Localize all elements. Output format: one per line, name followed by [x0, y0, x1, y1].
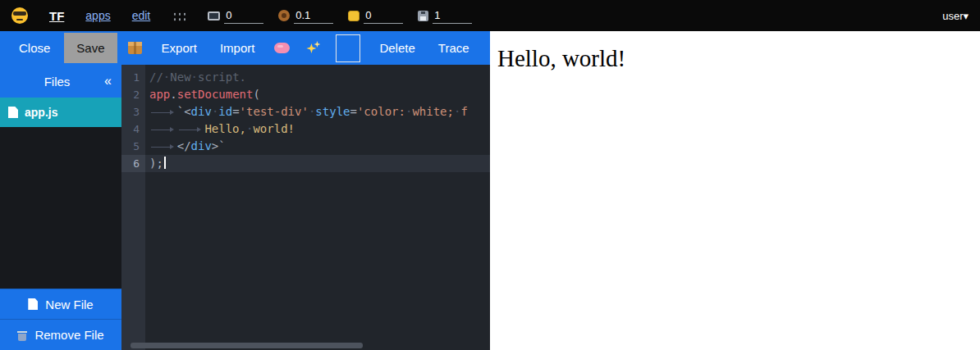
user-menu[interactable]: user▾	[942, 10, 969, 22]
tab-marker	[177, 120, 205, 138]
code-line[interactable]: 6);	[121, 155, 490, 172]
code-token: <	[184, 105, 190, 118]
preview-text: Hello, world!	[497, 45, 980, 72]
main-area: Close Save Export Import Delete Trace Fi…	[0, 31, 980, 350]
file-name: app.js	[25, 106, 57, 119]
smiley-sunglasses-icon[interactable]	[11, 7, 28, 24]
donut-icon	[278, 10, 290, 21]
code-text: app.setDocument(	[145, 86, 260, 103]
code-token: `	[218, 139, 225, 152]
new-file-icon	[28, 298, 38, 310]
new-file-button[interactable]: New File	[0, 289, 121, 319]
files-header-label: Files	[10, 75, 104, 89]
preview-pane: Hello, world!	[490, 31, 980, 350]
monitor-icon	[208, 11, 220, 20]
code-token: div	[191, 105, 212, 118]
code-token: ·	[191, 70, 198, 84]
code-text: );	[145, 155, 166, 172]
code-token: New	[170, 70, 190, 84]
editor-body: Files « app.js New File Remove File 1//·…	[0, 65, 490, 350]
code-token: (	[253, 88, 259, 101]
nav-link-edit[interactable]: edit	[132, 9, 151, 22]
counter-input[interactable]	[364, 7, 403, 24]
sparkles-icon	[306, 41, 320, 55]
export-button[interactable]: Export	[153, 36, 206, 60]
soap-icon	[274, 43, 290, 53]
counter-input[interactable]	[294, 7, 333, 24]
brand-link[interactable]: TF	[49, 9, 64, 23]
save-button[interactable]: Save	[64, 33, 117, 63]
tab-marker	[149, 138, 177, 155]
code-token: world!	[253, 122, 295, 135]
code-line[interactable]: 4Hello,·world!	[121, 120, 490, 138]
code-token: white;	[412, 105, 454, 118]
remove-file-button[interactable]: Remove File	[0, 319, 121, 350]
dots-grid-icon[interactable]	[172, 11, 186, 21]
code-text: Hello,·world!	[145, 120, 295, 138]
file-list-empty-area	[0, 127, 121, 289]
code-line[interactable]: 2app.setDocument(	[121, 86, 490, 103]
code-line[interactable]: 3`<div·id='test-div'·style='color:·white…	[121, 103, 490, 120]
editor-pane: Close Save Export Import Delete Trace Fi…	[0, 31, 490, 350]
code-token: </	[177, 139, 191, 152]
blank-button[interactable]	[336, 34, 360, 62]
code-text: </div>`	[145, 138, 226, 155]
line-number: 4	[121, 120, 145, 138]
code-line[interactable]: 5</div>`	[121, 138, 490, 155]
counter	[278, 7, 333, 24]
file-item[interactable]: app.js	[0, 98, 121, 127]
tab-marker	[149, 103, 177, 120]
remove-file-label: Remove File	[34, 328, 103, 342]
toolbar: Close Save Export Import Delete Trace	[0, 31, 490, 65]
file-list: app.js	[0, 98, 121, 127]
sparkles-button[interactable]	[300, 38, 326, 58]
code-line[interactable]: 1//·New·script.	[121, 69, 490, 86]
counter-input[interactable]	[224, 7, 263, 24]
nav-link-apps[interactable]: apps	[85, 9, 110, 22]
code-token: 'color:	[357, 105, 405, 118]
counter	[348, 7, 403, 24]
counter	[208, 7, 263, 24]
delete-button[interactable]: Delete	[370, 36, 424, 60]
line-number: 5	[121, 138, 145, 155]
import-button[interactable]: Import	[211, 36, 264, 60]
code-token: );	[149, 157, 163, 170]
code-token: id	[218, 105, 232, 118]
code-text: //·New·script.	[145, 69, 246, 86]
line-number: 6	[121, 155, 145, 172]
code-token: .	[170, 88, 176, 101]
line-number: 2	[121, 86, 145, 103]
code-token: script.	[198, 70, 246, 84]
soap-button[interactable]	[268, 39, 295, 57]
code-editor[interactable]: 1//·New·script.2app.setDocument(3`<div·i…	[121, 65, 490, 350]
code-token: Hello,	[204, 122, 246, 135]
topbar-counters	[208, 7, 472, 24]
package-icon	[128, 42, 142, 54]
code-token: app	[149, 88, 170, 101]
counter	[418, 7, 472, 24]
code-lines: 1//·New·script.2app.setDocument(3`<div·i…	[121, 65, 490, 172]
sidebar: Files « app.js New File Remove File	[0, 65, 121, 350]
close-button[interactable]: Close	[10, 36, 59, 60]
code-token: 'test-div'	[240, 105, 309, 118]
code-token: //	[149, 70, 163, 84]
text-cursor	[164, 157, 166, 169]
coin-icon	[348, 11, 359, 21]
floppy-icon	[418, 11, 428, 21]
files-header: Files «	[0, 65, 121, 98]
tab-marker	[149, 120, 177, 138]
code-token: =	[350, 105, 357, 118]
package-button[interactable]	[122, 39, 148, 57]
code-token: `	[177, 105, 184, 118]
trash-icon	[17, 330, 27, 341]
code-text: `<div·id='test-div'·style='color:·white;…	[145, 103, 468, 120]
line-number: 3	[121, 103, 145, 120]
topbar: TF apps edit user▾	[0, 0, 980, 31]
collapse-sidebar-button[interactable]: «	[104, 74, 112, 89]
code-token: style	[315, 105, 350, 118]
code-token: f	[460, 105, 467, 118]
trace-button[interactable]: Trace	[429, 36, 479, 60]
horizontal-scrollbar-thumb[interactable]	[131, 343, 363, 348]
line-number: 1	[121, 69, 145, 86]
counter-input[interactable]	[433, 7, 472, 24]
